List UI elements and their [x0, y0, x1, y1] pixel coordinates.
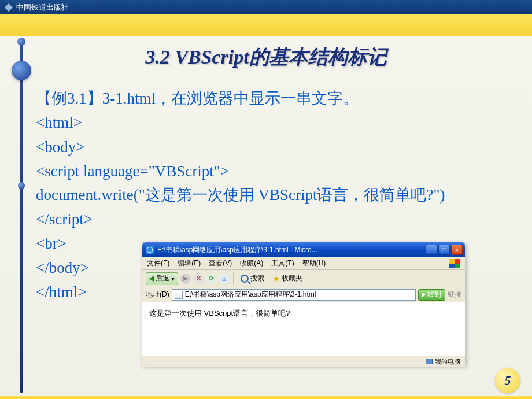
ie-icon: [146, 246, 154, 254]
example-description: 3-1.html，在浏览器中显示一串文字。: [102, 90, 359, 107]
favorites-button[interactable]: ★ 收藏夹: [269, 272, 305, 285]
toolbar-separator: [233, 272, 234, 285]
code-line: <html>: [36, 111, 519, 135]
close-button[interactable]: ×: [451, 245, 463, 255]
maximize-button[interactable]: □: [438, 245, 450, 255]
zone-label: 我的电脑: [435, 357, 460, 366]
address-input[interactable]: E:\书稿\asp网络应用\asp应用程序\3-1.html: [172, 289, 416, 301]
menu-edit[interactable]: 编辑(E): [178, 258, 201, 268]
browser-menubar: 文件(F) 编辑(E) 查看(V) 收藏(A) 工具(T) 帮助(H): [142, 257, 465, 270]
search-label: 搜索: [250, 274, 264, 283]
links-label[interactable]: 链接: [448, 290, 461, 300]
publisher-name: 中国铁道出版社: [16, 2, 69, 13]
page-output-text: 这是第一次使用 VBScript语言，很简单吧?: [149, 309, 290, 317]
computer-icon: [426, 359, 433, 364]
stop-button[interactable]: ✕: [193, 274, 204, 284]
page-icon: [175, 291, 183, 299]
refresh-button[interactable]: ⟳: [206, 274, 216, 284]
search-icon: [241, 275, 249, 283]
publisher-bar: 中国铁道出版社: [0, 0, 532, 14]
rail-dot-icon: [18, 182, 25, 189]
window-title: E:\书稿\asp网络应用\asp应用程序\3-1.html - Micro..…: [157, 245, 426, 255]
publisher-logo-icon: [5, 3, 13, 11]
address-label: 地址(D): [146, 290, 169, 300]
arrow-right-icon: [422, 293, 426, 297]
menu-help[interactable]: 帮助(H): [302, 258, 326, 268]
browser-viewport: 这是第一次使用 VBScript语言，很简单吧?: [142, 302, 465, 356]
browser-titlebar[interactable]: E:\书稿\asp网络应用\asp应用程序\3-1.html - Micro..…: [142, 242, 465, 257]
decorative-rail: [20, 38, 23, 393]
arrow-left-icon: [149, 276, 154, 282]
home-button[interactable]: ⌂: [219, 274, 229, 284]
go-button[interactable]: 转到: [418, 289, 445, 301]
header-area: 3.2 VBScript的基本结构标记: [0, 14, 532, 78]
browser-window: E:\书稿\asp网络应用\asp应用程序\3-1.html - Micro..…: [142, 242, 466, 366]
chevron-down-icon: ▾: [171, 275, 175, 283]
example-label: 【例3.1】: [36, 90, 102, 107]
address-bar: 地址(D) E:\书稿\asp网络应用\asp应用程序\3-1.html 转到 …: [142, 287, 465, 302]
code-line: <body>: [36, 135, 519, 160]
slide-number: 5: [495, 368, 520, 393]
address-value: E:\书稿\asp网络应用\asp应用程序\3-1.html: [185, 290, 316, 300]
menu-favorites[interactable]: 收藏(A): [240, 258, 263, 268]
forward-button[interactable]: ▶: [180, 274, 191, 284]
code-line: <script language="VBScript">: [36, 160, 519, 184]
header-accent: [0, 14, 532, 36]
code-line: </script>: [36, 208, 519, 232]
browser-toolbar: 后退 ▾ ▶ ✕ ⟳ ⌂ 搜索 ★ 收藏夹: [142, 270, 465, 287]
minimize-button[interactable]: _: [426, 245, 437, 255]
menu-view[interactable]: 查看(V): [209, 258, 232, 268]
star-icon: ★: [272, 274, 280, 284]
code-line: document.write("这是第一次使用 VBScript语言，很简单吧?…: [36, 183, 519, 208]
favorites-label: 收藏夹: [282, 274, 302, 283]
footer-accent: [0, 396, 532, 399]
menu-file[interactable]: 文件(F): [147, 258, 169, 268]
security-zone: 我的电脑: [426, 357, 460, 366]
windows-flag-icon: [449, 259, 460, 268]
go-label: 转到: [427, 290, 441, 300]
search-button[interactable]: 搜索: [238, 272, 267, 285]
slide-title: 3.2 VBScript的基本结构标记: [145, 44, 386, 71]
back-button[interactable]: 后退 ▾: [146, 272, 178, 285]
menu-tools[interactable]: 工具(T): [271, 258, 294, 268]
browser-statusbar: 我的电脑: [142, 356, 465, 367]
back-label: 后退: [156, 274, 169, 283]
rail-dot-icon: [17, 38, 25, 46]
